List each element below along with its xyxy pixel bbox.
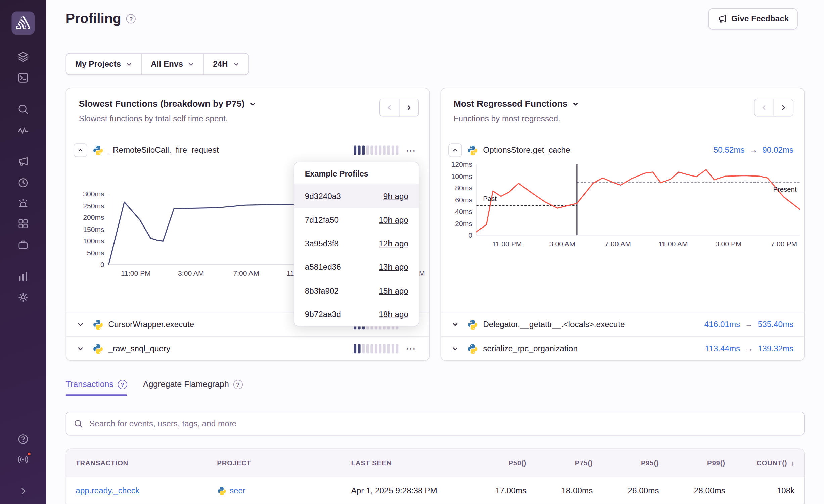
before-duration-link[interactable]: 113.44ms (705, 344, 740, 353)
collapse-row-button[interactable] (448, 143, 462, 157)
profile-item[interactable]: a581ed3613h ago (294, 255, 419, 279)
function-name[interactable]: _RemoteSiloCall._fire_request (108, 146, 219, 155)
tab-transactions[interactable]: Transactions ? (66, 380, 127, 396)
col-project[interactable]: PROJECT (208, 459, 341, 467)
help-icon[interactable] (17, 433, 30, 446)
profile-item[interactable]: 8b3fa90215h ago (294, 279, 419, 302)
releases-icon[interactable] (17, 239, 30, 251)
settings-icon[interactable] (17, 291, 30, 304)
slowest-functions-subtitle: Slowest functions by total self time spe… (79, 114, 256, 123)
col-transaction[interactable]: TRANSACTION (66, 459, 208, 467)
whats-new-icon[interactable] (17, 453, 30, 466)
col-last-seen[interactable]: LAST SEEN (341, 459, 473, 467)
tab-help-icon[interactable]: ? (118, 380, 127, 389)
date-range-filter[interactable]: 24H (204, 54, 248, 75)
prev-page-button[interactable] (754, 99, 774, 116)
profile-item[interactable]: 9d3240a39h ago (294, 184, 419, 208)
profile-age-link[interactable]: 9h ago (383, 191, 408, 201)
page-help-icon[interactable]: ? (126, 14, 136, 23)
chevron-down-icon (188, 61, 194, 67)
stats-icon[interactable] (17, 270, 30, 283)
p50-value: 17.00ms (495, 486, 527, 495)
search-input[interactable] (88, 418, 797, 429)
prev-page-button[interactable] (379, 99, 399, 116)
expand-row-button[interactable] (74, 345, 87, 352)
function-name[interactable]: CursorWrapper.execute (108, 319, 194, 329)
function-row: _raw_snql_query ⋯ (66, 336, 429, 360)
row-options-button[interactable]: ⋯ (404, 145, 419, 155)
chevron-up-icon (77, 147, 84, 153)
feedback-icon[interactable] (17, 155, 30, 168)
profile-item[interactable]: 9b72aa3d18h ago (294, 302, 419, 326)
arrow-right-icon: → (745, 319, 753, 329)
replays-icon[interactable] (17, 177, 30, 189)
most-regressed-panel: Most Regressed Functions Functions by mo… (441, 88, 805, 361)
slowest-functions-panel: Slowest Functions (breakdown by P75) Slo… (66, 88, 430, 361)
x-axis-label: 3:00 AM (549, 240, 576, 248)
expand-row-button[interactable] (448, 320, 462, 328)
function-name[interactable]: _raw_snql_query (108, 344, 170, 353)
spark-bar (383, 344, 386, 353)
function-name[interactable]: Delegator.__getattr__.<locals>.execute (483, 319, 625, 329)
count-value: 108k (777, 486, 795, 495)
before-duration-link[interactable]: 50.52ms (714, 146, 745, 155)
row-options-button[interactable]: ⋯ (404, 344, 419, 354)
profile-age-link[interactable]: 13h ago (379, 262, 408, 272)
next-page-button[interactable] (774, 99, 793, 116)
function-name[interactable]: serialize_rpc_organization (483, 344, 578, 353)
profile-id: 9b72aa3d (305, 310, 341, 319)
page-header: Profiling ? Give Feedback (46, 0, 824, 37)
profile-age-link[interactable]: 18h ago (379, 310, 408, 319)
next-page-button[interactable] (399, 99, 419, 116)
before-duration-link[interactable]: 416.01ms (704, 319, 740, 329)
regression-values: 113.44ms → 139.32ms (705, 344, 794, 353)
profile-item[interactable]: 3a95d3f812h ago (294, 232, 419, 255)
baseline-label: Past (483, 195, 497, 203)
y-axis-label: 40ms (455, 208, 472, 215)
project-link[interactable]: seer (230, 486, 245, 495)
most-regressed-subtitle: Functions by most regressed. (454, 114, 579, 123)
dashboards-icon[interactable] (17, 217, 30, 230)
col-p75[interactable]: P75() (536, 459, 602, 467)
after-duration-link[interactable]: 535.40ms (758, 319, 794, 329)
transaction-link[interactable]: app.ready._check (76, 486, 139, 495)
spark-bar (370, 146, 373, 155)
tab-help-icon[interactable]: ? (233, 380, 242, 389)
chevron-down-icon (126, 61, 132, 67)
after-duration-link[interactable]: 90.02ms (762, 146, 793, 155)
search-icon[interactable] (17, 103, 30, 116)
profile-item[interactable]: 7d12fa5010h ago (294, 208, 419, 232)
y-axis-label: 100ms (83, 237, 104, 245)
profile-age-link[interactable]: 15h ago (379, 286, 408, 295)
col-p99[interactable]: P99() (669, 459, 735, 467)
expand-row-button[interactable] (74, 320, 87, 328)
col-p95[interactable]: P95() (602, 459, 669, 467)
profiling-page: Profiling ? Give Feedback My Projects Al… (0, 0, 824, 504)
performance-icon[interactable] (17, 124, 30, 137)
expand-row-button[interactable] (448, 345, 462, 352)
spark-bar (396, 344, 398, 353)
project-filter[interactable]: My Projects (66, 54, 142, 75)
function-name[interactable]: OptionsStore.get_cache (483, 146, 570, 155)
spark-bar (387, 344, 390, 353)
most-regressed-title[interactable]: Most Regressed Functions (454, 99, 579, 109)
collapse-row-button[interactable] (74, 143, 87, 157)
col-p50[interactable]: P50() (473, 459, 536, 467)
issues-icon[interactable] (17, 50, 30, 63)
spark-bar (358, 344, 361, 353)
col-count[interactable]: COUNT()↓ (735, 459, 804, 467)
profile-age-link[interactable]: 10h ago (379, 215, 408, 224)
example-profiles-popup: Example Profiles 9d3240a39h ago 7d12fa50… (294, 162, 419, 326)
environment-filter[interactable]: All Envs (142, 54, 204, 75)
after-duration-link[interactable]: 139.32ms (758, 344, 794, 353)
alerts-icon[interactable] (17, 197, 30, 210)
tab-aggregate-flamegraph[interactable]: Aggregate Flamegraph ? (143, 380, 243, 396)
page-title: Profiling (66, 10, 121, 27)
projects-icon[interactable] (17, 71, 30, 84)
sidebar-collapse-icon[interactable] (17, 485, 30, 498)
search-bar (66, 412, 805, 435)
profile-age-link[interactable]: 12h ago (379, 239, 408, 248)
give-feedback-button[interactable]: Give Feedback (708, 8, 798, 29)
slowest-functions-title[interactable]: Slowest Functions (breakdown by P75) (79, 99, 256, 109)
sentry-logo[interactable] (11, 11, 35, 35)
